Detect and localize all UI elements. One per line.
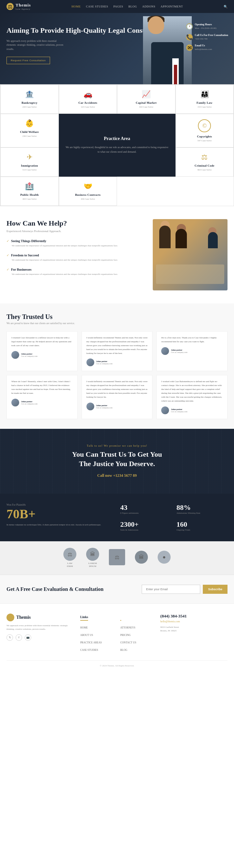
stat-item-4: 160 Ongoing Trials — [177, 520, 228, 532]
nav-case-studies[interactable]: CASE STUDIES — [86, 5, 108, 8]
testimonial-5-text: I would definitely recommend Themis and … — [86, 380, 148, 399]
twitter-icon[interactable]: 𝕏 — [6, 634, 13, 641]
testimonial-1-text: I retained Czar Alexander to a defense l… — [11, 336, 73, 348]
logo-item-3: ⚖ — [109, 549, 125, 566]
practice-cell-bankruptcy[interactable]: 🏦 Bankruptcy 243 Case Solve — [0, 85, 59, 114]
testimonial-2: I would definitely recommend Themis and … — [82, 331, 153, 371]
nav-addons[interactable]: ADDONS — [142, 5, 156, 8]
hero-cta-button[interactable]: Request Free Consultation — [6, 57, 50, 64]
footer-link-cases[interactable]: CASE STUDIES — [80, 646, 114, 652]
cta-title: You Can Trust Us To Get YouThe Justice Y… — [72, 450, 162, 468]
nav-appointment[interactable]: APPOINTMENT — [160, 5, 183, 8]
footer-link-practice[interactable]: PRACTICE AREAS — [80, 639, 114, 645]
logos-section: ⚖ LAWFIRM 🏛 LOREMIPSUM ⚖ 🏛 ● — [0, 541, 234, 575]
meeting-table — [156, 265, 224, 284]
footer-bottom: © 2024 Themis. All Rights Reserved. — [6, 660, 228, 667]
footer: Themis We approach every problem with th… — [0, 603, 234, 674]
phone-info: 📞 Call Us For Free Consultation +033 456… — [186, 33, 228, 41]
practice-cell-criminal[interactable]: ⚖ Criminal Code 903 Case Solve — [176, 148, 234, 177]
testimonial-6-author: John potter Ceo at company.com — [161, 406, 223, 414]
testimonial-4-name: John potter — [21, 400, 37, 403]
practice-cell-child[interactable]: 👶 Child Welfare 230 Case Solve — [0, 114, 59, 148]
stat-item-2: 88% Admissions Winning Rate — [177, 503, 228, 515]
instagram-icon[interactable]: 📷 — [25, 634, 31, 641]
newsletter-section: Get A Free Case Evaluation & Consultatio… — [0, 575, 234, 603]
footer-link-home[interactable]: HOME — [80, 624, 114, 630]
logo-item-1: ⚖ LAWFIRM — [63, 548, 76, 568]
newsletter-subscribe-button[interactable]: Subscribe — [203, 585, 228, 594]
cta-content: Talk to us! We promise we can help you! … — [72, 444, 162, 478]
testimonial-5: I would definitely recommend Themis and … — [82, 375, 153, 419]
family-icon: 👨‍👩‍👧 — [179, 90, 230, 98]
logo-name: Themis — [16, 3, 31, 8]
help-section: How Can We Help? Experienced Attorneys P… — [0, 206, 234, 303]
cta-phone-link[interactable]: Call now +1234 5677 89 — [97, 473, 137, 478]
help-image — [153, 219, 228, 290]
nav-blog[interactable]: BLOG — [128, 5, 137, 8]
stat-item-3: 2300+ Suits & Admissions — [120, 520, 171, 532]
stats-right: 43 8 Figure settlements 88% Admissions W… — [120, 503, 228, 532]
logo-text-block: Themis Law Agency — [16, 3, 31, 10]
testimonial-3-role: Ceo at company.com — [171, 351, 187, 353]
stat-number-4: 160 — [177, 520, 228, 529]
trust-subtitle: We are proud to know that our clients ar… — [6, 322, 228, 325]
family-title: Family Law — [179, 101, 230, 104]
stats-left: Won For Plaintiffs 70B+ In metus vulputa… — [6, 503, 120, 532]
help-item-3: ✓ For Businesses We understand the impor… — [6, 268, 146, 276]
testimonial-2-info: John potter Ceo at company.com — [96, 360, 112, 365]
help-item-2-header: ✓ Freedom to Succeed — [6, 253, 146, 257]
testimonial-1-name: John potter — [21, 353, 37, 355]
bankruptcy-count: 243 Case Solve — [4, 106, 55, 108]
practice-center-desc: We are highly experienced, thoughtful in… — [65, 145, 169, 154]
nav-pages[interactable]: PAGES — [113, 5, 123, 8]
hero-desc: We approach every problem with three ess… — [6, 39, 65, 52]
testimonial-5-avatar — [86, 403, 94, 410]
meeting-person-body-1 — [159, 225, 171, 248]
bankruptcy-icon: 🏦 — [4, 90, 55, 98]
footer-link-blog[interactable]: BLOG — [120, 646, 154, 652]
practice-cell-immigration[interactable]: ✈ Immigration 513 Case Solve — [0, 148, 59, 177]
practice-cell-copyright[interactable]: © Copyrights 547 Case Solve — [176, 114, 234, 148]
footer-link-attorneys[interactable]: ATTORNEYS — [120, 624, 154, 630]
logo-item-4: 🏛 — [135, 551, 148, 565]
testimonial-2-text: I would definitely recommend Themis and … — [86, 336, 148, 355]
practice-cell-capital[interactable]: 📈 Capital Market 443 Case Solve — [117, 85, 176, 114]
testimonial-2-role: Ceo at company.com — [96, 363, 112, 365]
facebook-icon[interactable]: f — [16, 634, 22, 641]
footer-link-about[interactable]: ABOUT US — [80, 631, 114, 637]
logo-icon: ⚖ — [6, 3, 14, 10]
cta-section: Talk to us! We promise we can help you! … — [0, 429, 234, 494]
child-icon: 👶 — [4, 119, 55, 128]
testimonial-2-avatar — [86, 359, 94, 366]
logo[interactable]: ⚖ Themis Law Agency — [6, 3, 31, 10]
footer-link-pricing[interactable]: PRICING — [120, 631, 154, 637]
stat-label-4: Ongoing Trials — [177, 529, 228, 532]
search-icon[interactable]: 🔍 — [224, 5, 228, 8]
footer-address: 9033 Garfield StreetBronix, IN 19025 — [160, 625, 228, 633]
testimonial-4-author: John potter Ceo at company.com — [11, 399, 73, 406]
footer-link-contact[interactable]: CONTACT US — [120, 639, 154, 645]
logo-item-2: 🏛 LOREMIPSUM — [86, 548, 99, 568]
footer-desc: We approach every problem with three ess… — [6, 624, 74, 631]
person-body-bg — [143, 16, 192, 84]
testimonial-1-role: Ceo at company.com — [21, 355, 37, 357]
practice-cell-health[interactable]: 🏥 Public Health 403 Case Solve — [0, 177, 59, 206]
help-content: How Can We Help? Experienced Attorneys P… — [6, 219, 153, 290]
check-icon-3: ✓ — [6, 268, 9, 271]
nav-home[interactable]: HOME — [72, 5, 81, 8]
cta-small-text: Talk to us! We promise we can help you! — [72, 444, 162, 447]
testimonial-4-role: Ceo at company.com — [21, 403, 37, 405]
practice-cell-car[interactable]: 🚗 Car Accidents 123 Case Solve — [59, 85, 117, 114]
child-count: 230 Case Solve — [4, 135, 55, 137]
testimonial-1-info: John potter Ceo at company.com — [21, 353, 37, 357]
practice-cell-family[interactable]: 👨‍👩‍👧 Family Law 153 Case Solve — [176, 85, 234, 114]
partner-logo-4: 🏛 — [135, 551, 148, 564]
logo-sub: Law Agency — [16, 8, 31, 10]
health-icon: 🏥 — [4, 182, 55, 191]
person-suit — [151, 42, 184, 84]
practice-cell-business[interactable]: 🤝 Business Contracts 436 Case Solve — [59, 177, 117, 206]
testimonial-6: I worked with Czar Balomenbeyes to defen… — [156, 375, 228, 419]
newsletter-email-input[interactable] — [142, 585, 200, 594]
testimonial-2-name: John potter — [96, 360, 112, 363]
copyright-count: 547 Case Solve — [179, 140, 230, 142]
